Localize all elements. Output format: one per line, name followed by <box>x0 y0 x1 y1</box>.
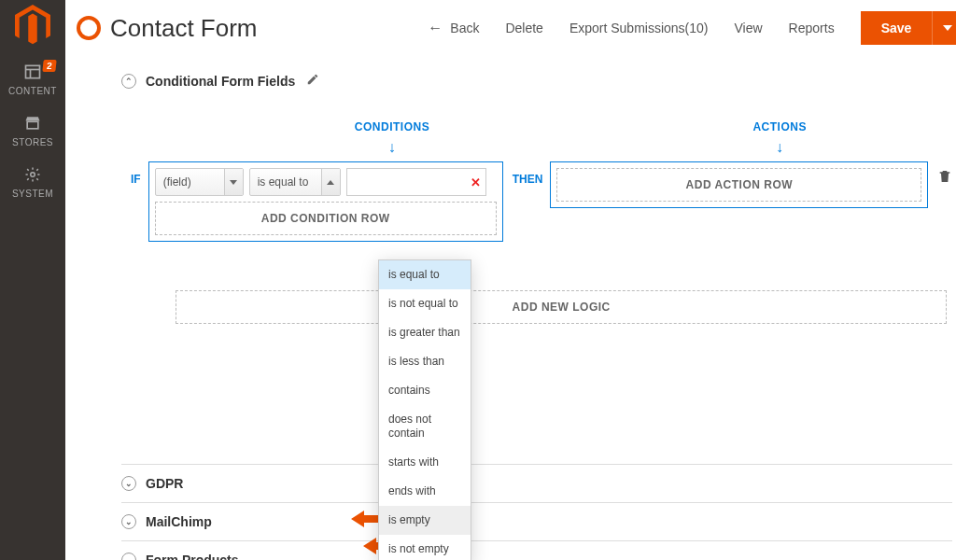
add-action-row-button[interactable]: ADD ACTION ROW <box>556 168 921 202</box>
sidebar-item-label: SYSTEM <box>12 189 53 199</box>
operator-option[interactable]: does not contain <box>379 405 471 448</box>
section-title: GDPR <box>146 476 183 491</box>
chevron-down-icon <box>224 169 243 195</box>
view-button[interactable]: View <box>735 21 763 35</box>
field-select[interactable]: (field) <box>155 168 244 196</box>
section-title: Form Products <box>146 553 239 560</box>
svg-point-4 <box>31 173 35 177</box>
delete-logic-icon[interactable] <box>937 161 952 188</box>
chevron-down-icon: ⌄ <box>121 553 136 560</box>
operator-option[interactable]: is less than <box>379 347 471 376</box>
save-button[interactable]: Save <box>861 11 933 45</box>
if-label: IF <box>121 161 148 186</box>
gear-icon <box>22 164 43 185</box>
operator-option[interactable]: starts with <box>379 448 471 477</box>
operator-dropdown-menu: is equal to is not equal to is greater t… <box>378 259 471 560</box>
export-submissions-button[interactable]: Export Submissions(10) <box>569 21 709 35</box>
chevron-up-icon <box>321 169 340 195</box>
clear-value-icon[interactable]: ✕ <box>471 175 481 189</box>
svg-rect-3 <box>27 121 38 129</box>
section-mailchimp[interactable]: ⌄ MailChimp <box>121 502 952 540</box>
chevron-down-icon: ⌄ <box>121 514 136 529</box>
actions-heading: ACTIONS <box>752 120 807 133</box>
operator-select[interactable]: is equal to <box>249 168 341 196</box>
arrow-down-icon: ↓ <box>776 139 784 156</box>
then-label: THEN <box>503 161 551 186</box>
operator-option[interactable]: is not empty <box>379 535 471 560</box>
arrow-down-icon: ↓ <box>388 139 397 156</box>
notification-badge: 2 <box>42 60 56 72</box>
save-dropdown-toggle[interactable] <box>932 11 956 45</box>
section-title: MailChimp <box>146 514 212 529</box>
operator-option[interactable]: is empty <box>379 506 471 535</box>
stores-icon <box>22 113 43 133</box>
actions-box: ADD ACTION ROW <box>550 161 928 208</box>
operator-option[interactable]: is not equal to <box>379 289 471 318</box>
operator-option[interactable]: is equal to <box>379 260 471 289</box>
reports-button[interactable]: Reports <box>789 21 835 35</box>
conditions-box: (field) is equal to ✕ ADD CONDITION ROW <box>148 161 503 242</box>
chevron-down-icon: ⌄ <box>121 476 136 491</box>
condition-value-input[interactable] <box>346 168 486 196</box>
add-condition-row-button[interactable]: ADD CONDITION ROW <box>155 202 497 235</box>
section-title: Conditional Form Fields <box>146 74 295 89</box>
add-new-logic-button[interactable]: ADD NEW LOGIC <box>176 290 947 324</box>
section-form-products[interactable]: ⌄ Form Products <box>121 540 952 560</box>
delete-button[interactable]: Delete <box>505 21 542 35</box>
chevron-up-icon: ⌃ <box>121 74 136 89</box>
section-gdpr[interactable]: ⌄ GDPR <box>121 464 952 502</box>
magento-logo-icon <box>15 7 50 43</box>
brand-ring-icon <box>77 16 101 40</box>
back-button[interactable]: Back <box>428 20 479 36</box>
sidebar-item-label: CONTENT <box>8 86 57 96</box>
content-icon <box>22 62 43 82</box>
sidebar-item-stores[interactable]: STORES <box>0 105 65 157</box>
conditions-heading: CONDITIONS <box>355 120 429 133</box>
operator-option[interactable]: ends with <box>379 477 471 506</box>
page-title: Contact Form <box>110 14 258 43</box>
operator-select-value: is equal to <box>258 175 309 189</box>
svg-rect-0 <box>26 65 40 77</box>
edit-icon[interactable] <box>306 73 319 89</box>
sidebar-item-content[interactable]: CONTENT 2 <box>0 54 65 105</box>
admin-sidebar: CONTENT 2 STORES SYSTEM <box>0 0 65 560</box>
sidebar-item-system[interactable]: SYSTEM <box>0 157 65 208</box>
operator-option[interactable]: is greater than <box>379 318 471 347</box>
field-select-value: (field) <box>163 175 191 189</box>
page-header: Contact Form Back Delete Export Submissi… <box>65 0 956 52</box>
sidebar-item-label: STORES <box>12 137 53 147</box>
section-conditional-fields[interactable]: ⌃ Conditional Form Fields <box>121 62 952 100</box>
operator-option[interactable]: contains <box>379 376 471 405</box>
